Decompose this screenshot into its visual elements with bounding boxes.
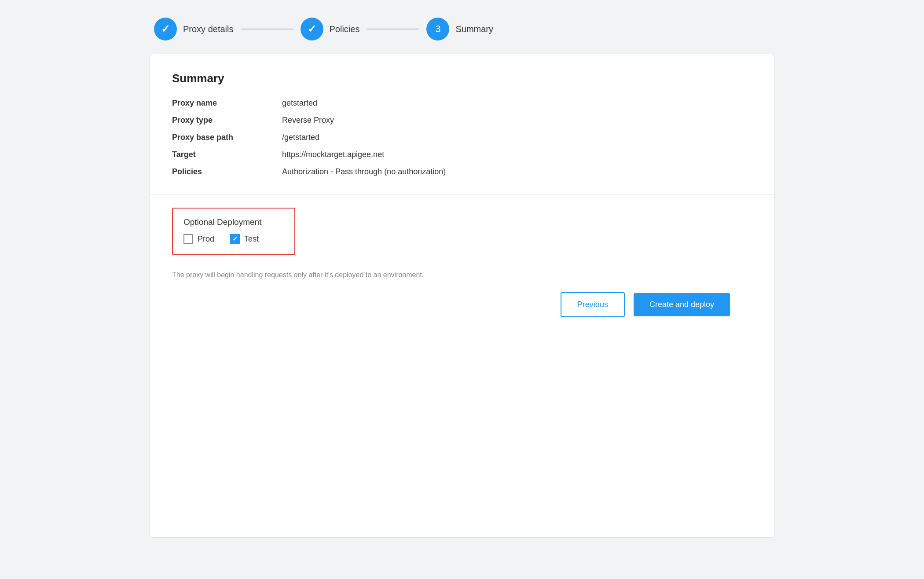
stepper: Proxy details Policies 3 Summary [150, 18, 774, 40]
optional-deployment-box: Optional Deployment Prod Test [172, 208, 295, 255]
optional-deployment-section: Optional Deployment Prod Test The proxy … [150, 194, 774, 537]
optional-deployment-title: Optional Deployment [183, 217, 284, 227]
checkbox-box-prod [183, 234, 193, 244]
checkboxes-row: Prod Test [183, 234, 284, 244]
label-policies: Policies [172, 167, 269, 176]
step-summary: 3 Summary [426, 18, 493, 40]
step-circle-summary: 3 [426, 18, 449, 40]
checkbox-test[interactable]: Test [230, 234, 259, 244]
create-and-deploy-button[interactable]: Create and deploy [634, 293, 730, 316]
checkbox-label-prod: Prod [198, 235, 214, 244]
page-container: Proxy details Policies 3 Summary Summary… [150, 18, 774, 538]
previous-button[interactable]: Previous [561, 292, 625, 317]
summary-title: Summary [172, 72, 752, 85]
step-policies: Policies [301, 18, 360, 40]
value-target: https://mocktarget.apigee.net [282, 150, 752, 159]
step-label-proxy-details: Proxy details [183, 24, 234, 34]
summary-section: Summary Proxy name getstarted Proxy type… [150, 54, 774, 194]
footer-buttons: Previous Create and deploy [172, 279, 752, 330]
value-policies: Authorization - Pass through (no authori… [282, 167, 752, 176]
step-connector-1 [241, 29, 293, 29]
checkbox-label-test: Test [244, 235, 259, 244]
value-proxy-type: Reverse Proxy [282, 116, 752, 125]
step-circle-proxy-details [154, 18, 177, 40]
deployment-hint: The proxy will begin handling requests o… [172, 271, 752, 279]
value-proxy-name: getstarted [282, 99, 752, 108]
step-circle-policies [301, 18, 323, 40]
step-label-policies: Policies [330, 24, 360, 34]
step-label-summary: Summary [455, 24, 493, 34]
checkbox-prod[interactable]: Prod [183, 234, 214, 244]
label-target: Target [172, 150, 269, 159]
label-proxy-type: Proxy type [172, 116, 269, 125]
summary-table: Proxy name getstarted Proxy type Reverse… [172, 99, 752, 176]
step-proxy-details: Proxy details [154, 18, 234, 40]
main-card: Summary Proxy name getstarted Proxy type… [150, 54, 774, 538]
step-connector-2 [367, 29, 419, 29]
label-proxy-name: Proxy name [172, 99, 269, 108]
value-proxy-base-path: /getstarted [282, 133, 752, 142]
checkbox-box-test [230, 234, 240, 244]
label-proxy-base-path: Proxy base path [172, 133, 269, 142]
